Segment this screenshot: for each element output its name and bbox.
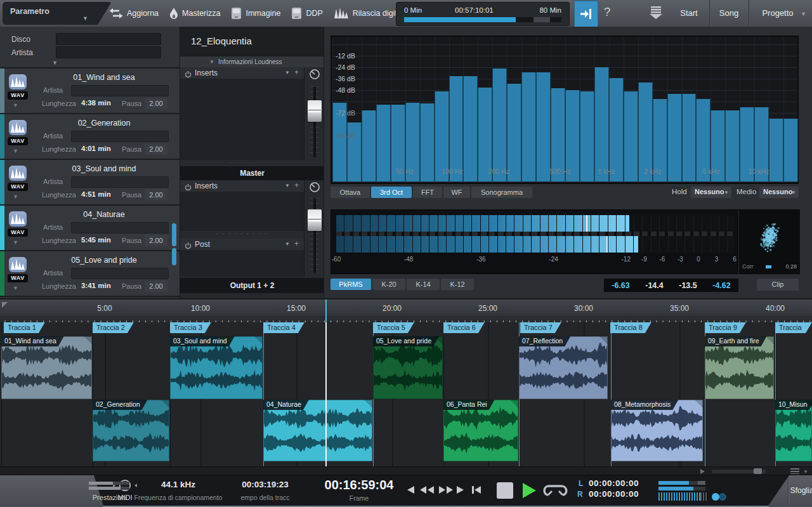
track-flag[interactable]: Traccia 8	[610, 322, 652, 333]
expand-arrow-icon[interactable]: ▼	[13, 285, 18, 291]
nav-project-button[interactable]: Progetto	[755, 0, 801, 27]
nudge-forward-button[interactable]	[455, 485, 465, 497]
spectrum-mode-tab-ottava[interactable]: Ottava	[331, 187, 370, 198]
artist-field-input[interactable]	[71, 222, 169, 234]
chevron-down-icon[interactable]: ▼	[803, 469, 808, 475]
rack-splitter-handle[interactable]: ·········	[180, 160, 304, 166]
track-flag[interactable]: Traccia 10	[775, 322, 812, 333]
pause-value[interactable]: 2.00	[145, 189, 167, 201]
add-insert-icon[interactable]: +	[294, 181, 299, 190]
artist-field-input[interactable]	[71, 176, 169, 188]
track-flag[interactable]: Traccia 3	[170, 322, 211, 333]
help-button[interactable]: ?	[598, 5, 617, 19]
rack-splitter-handle[interactable]: - - - - - - - - -	[180, 231, 304, 237]
track-list-item[interactable]: WAV▼01_Wind and seaArtistaLunghezza4:38 …	[0, 69, 180, 114]
loudness-info-header[interactable]: ▼ Informazioni Loudness	[180, 56, 324, 69]
meter-mode-tab-pkrms[interactable]: PkRMS	[331, 279, 371, 290]
track-list-item[interactable]: WAV▼04_NaturaeArtistaLunghezza5:45 minPa…	[0, 206, 180, 251]
toolbar-button-immagine[interactable]: Immagine	[231, 7, 280, 20]
master-volume-fader[interactable]	[308, 209, 322, 231]
hold-dropdown[interactable]: Nessuno ▼	[691, 187, 731, 198]
pan-knob-icon[interactable]	[309, 69, 320, 82]
meter-mode-tab-k-12[interactable]: K-12	[441, 279, 474, 290]
audio-clip[interactable]: 08_Metamorphosis	[611, 400, 703, 461]
clip-reset-button[interactable]: Clip	[757, 279, 799, 291]
audio-clip[interactable]: 06_Panta Rei	[443, 400, 518, 461]
pause-value[interactable]: 2.00	[145, 98, 167, 109]
toolbar-button-ddp[interactable]: DDP	[291, 7, 322, 20]
zoom-slider-handle[interactable]	[754, 468, 762, 474]
expand-arrow-icon[interactable]: ▼	[13, 102, 18, 109]
track-flag[interactable]: Traccia 2	[93, 322, 134, 333]
clip-lanes[interactable]: Traccia 1Traccia 2Traccia 3Traccia 4Trac…	[0, 322, 812, 466]
artist-field-input[interactable]	[71, 131, 169, 142]
time-ruler[interactable]: 5:0010:0015:0020:0025:0030:0035:0040:00	[0, 298, 812, 317]
artist-input[interactable]	[56, 46, 161, 58]
add-insert-icon[interactable]: +	[294, 68, 299, 77]
nudge-back-button[interactable]	[406, 485, 416, 497]
zoom-menu-icon[interactable]	[790, 468, 799, 474]
expand-arrow-icon[interactable]: ▼	[13, 148, 18, 154]
track-flag[interactable]: Traccia 1	[4, 322, 45, 333]
main-time-display[interactable]: 00:16:59:04	[315, 478, 403, 492]
browse-button[interactable]: Sfoglia	[780, 475, 812, 506]
master-inserts-header[interactable]: Inserts ▼ +	[180, 180, 304, 192]
transfer-button[interactable]	[574, 1, 598, 27]
fast-forward-button[interactable]	[438, 485, 454, 497]
loop-button[interactable]	[542, 484, 570, 500]
post-rack[interactable]	[180, 250, 304, 277]
spectrum-mode-tab-wf[interactable]: WF	[443, 187, 470, 198]
track-list-item[interactable]: WAV▼05_Love and prideArtistaLunghezza3:4…	[0, 251, 180, 297]
track-inserts-rack[interactable]	[180, 79, 304, 160]
rewind-button[interactable]	[419, 485, 435, 497]
download-icon[interactable]	[648, 6, 664, 22]
scroll-right-icon[interactable]	[700, 469, 705, 474]
spectrum-mode-tab-3rd-oct[interactable]: 3rd Oct	[371, 187, 412, 198]
audio-clip[interactable]: 03_Soul and mind	[170, 336, 263, 399]
track-volume-fader[interactable]	[308, 100, 322, 122]
toolbar-button-aggiorna[interactable]: Aggiorna	[109, 8, 159, 19]
add-insert-icon[interactable]: +	[294, 239, 299, 248]
chevron-down-icon[interactable]: ▼	[285, 70, 290, 76]
expand-arrow-icon[interactable]: ▼	[13, 194, 18, 200]
collapse-arrow-icon[interactable]: ▼	[52, 60, 58, 66]
audio-clip[interactable]: 04_Naturae	[263, 400, 372, 461]
disc-input[interactable]	[56, 33, 161, 45]
track-flag[interactable]: Traccia 9	[705, 322, 746, 333]
pause-value[interactable]: 2.00	[145, 143, 167, 155]
track-inserts-header[interactable]: Inserts ▼ +	[180, 67, 304, 79]
track-list-item[interactable]: WAV▼02_GenerationArtistaLunghezza4:01 mi…	[0, 114, 180, 160]
meter-mode-tab-k-20[interactable]: K-20	[372, 279, 405, 290]
audio-clip[interactable]: 02_Generation	[93, 400, 169, 461]
play-button[interactable]	[521, 482, 537, 501]
audio-clip[interactable]: 05_Love and pride	[373, 336, 443, 399]
audio-clip[interactable]: 10_Misun	[775, 400, 812, 461]
nav-start-button[interactable]: Start	[671, 0, 707, 27]
scrollbar-thumb[interactable]	[172, 223, 176, 246]
spectrum-mode-tab-fft[interactable]: FFT	[413, 187, 442, 198]
horizontal-scrollbar[interactable]: ▼	[0, 466, 812, 475]
pan-knob-icon[interactable]	[309, 181, 320, 195]
artist-field-input[interactable]	[71, 268, 169, 279]
average-dropdown[interactable]: Nessuno ▼	[759, 187, 799, 198]
return-to-start-button[interactable]	[471, 485, 482, 497]
playhead-ruler[interactable]	[325, 300, 327, 322]
audio-clip[interactable]: 09_Earth and fire	[705, 336, 774, 399]
scrollbar-thumb[interactable]	[172, 248, 176, 265]
track-flag[interactable]: Traccia 5	[373, 322, 414, 333]
audio-clip[interactable]: 07_Reflection	[519, 336, 608, 399]
parametro-dropdown[interactable]: Parametro ▼	[3, 2, 112, 25]
nav-song-button[interactable]: Song	[712, 0, 746, 27]
meter-mode-tab-k-14[interactable]: K-14	[407, 279, 440, 290]
post-header[interactable]: Post ▼ +	[180, 239, 304, 251]
track-flag[interactable]: Traccia 4	[263, 322, 304, 333]
track-list-item[interactable]: WAV▼03_Soul and mindArtistaLunghezza4:51…	[0, 160, 180, 206]
track-flag[interactable]: Traccia 7	[520, 322, 561, 333]
pause-value[interactable]: 2.00	[145, 280, 167, 292]
chevron-down-icon[interactable]: ▼	[285, 183, 290, 188]
track-flag[interactable]: Traccia 6	[443, 322, 485, 333]
mono-stereo-toggle[interactable]	[710, 492, 728, 504]
expand-arrow-icon[interactable]: ▼	[13, 239, 18, 246]
audio-clip[interactable]: 01_Wind and sea	[1, 336, 92, 399]
artist-field-input[interactable]	[71, 85, 169, 96]
